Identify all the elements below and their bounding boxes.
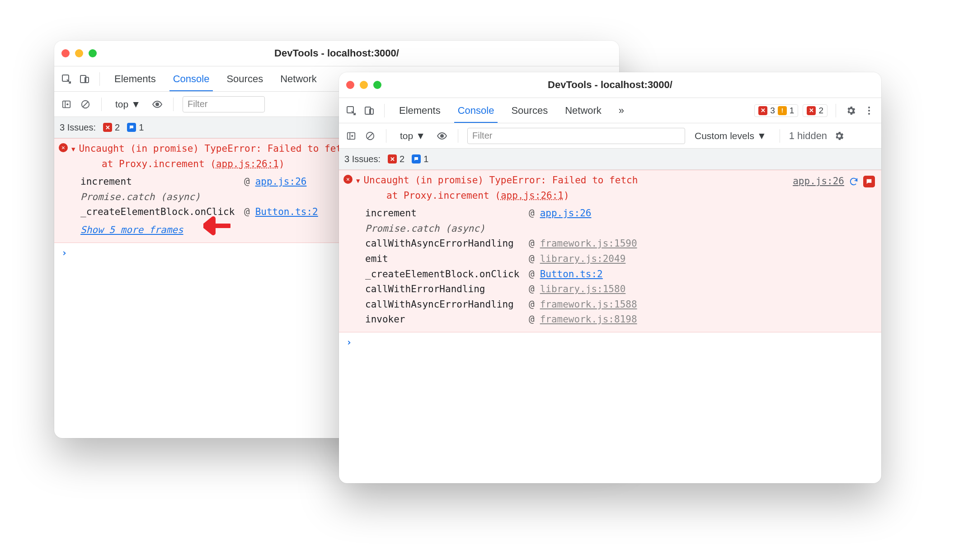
feedback-icon[interactable] [863, 176, 875, 187]
window-minimize-button[interactable] [75, 49, 83, 57]
stack-frame: Promise.catch (async) [365, 221, 877, 237]
console-settings-icon[interactable] [832, 129, 846, 143]
console-prompt[interactable]: › [339, 332, 881, 353]
issues-errors: ✕ 2 [388, 154, 404, 164]
window-close-button[interactable] [346, 81, 354, 89]
issue-repeat-count: 2 [818, 106, 823, 116]
message-badge-icon [127, 123, 136, 132]
clear-console-icon[interactable] [363, 129, 377, 143]
frame-function: emit [365, 252, 523, 267]
issues-errors-count: 2 [400, 154, 404, 164]
error-line-1: Uncaught (in promise) TypeError: Failed … [79, 143, 353, 154]
frame-function: callWithErrorHandling [365, 282, 523, 297]
frame-source-link[interactable]: Button.ts:2 [540, 267, 603, 282]
inspect-element-icon[interactable] [344, 104, 358, 117]
context-label: top [115, 99, 128, 110]
toggle-sidebar-icon[interactable] [60, 98, 73, 111]
tab-sources[interactable]: Sources [505, 98, 554, 123]
error-line-1: Uncaught (in promise) TypeError: Failed … [363, 175, 638, 186]
tab-overflow[interactable]: » [612, 98, 630, 123]
inspect-element-icon[interactable] [60, 72, 73, 86]
tab-label: Network [280, 73, 317, 85]
error-badge-icon: ✕ [388, 154, 397, 163]
stack-frame: _createElementBlock.onClick@Button.ts:2 [365, 267, 877, 282]
tab-sources[interactable]: Sources [220, 66, 269, 91]
error-badge-icon: ✕ [758, 106, 767, 115]
settings-icon[interactable] [844, 104, 858, 117]
message-badge-icon [412, 154, 421, 163]
frame-source-link[interactable]: library.js:2049 [540, 252, 626, 267]
device-toolbar-icon[interactable] [362, 104, 376, 117]
frame-source-link[interactable]: Button.ts:2 [255, 205, 318, 220]
window-minimize-button[interactable] [360, 81, 368, 89]
tab-elements[interactable]: Elements [393, 98, 447, 123]
at-glyph: @ [529, 297, 535, 313]
tab-network[interactable]: Network [559, 98, 608, 123]
stack-frame: callWithAsyncErrorHandling@framework.js:… [365, 297, 877, 313]
tab-console[interactable]: Console [167, 66, 216, 91]
disclosure-triangle-icon[interactable]: ▼ [71, 144, 75, 154]
filter-placeholder: Filter [188, 99, 207, 109]
frame-source-link[interactable]: app.js:26 [255, 174, 307, 190]
live-expression-icon[interactable] [150, 98, 164, 111]
device-toolbar-icon[interactable] [78, 72, 91, 86]
window-title: DevTools - localhost:3000/ [339, 79, 881, 91]
frame-source-link[interactable]: framework.js:1590 [540, 236, 637, 252]
show-more-frames-link[interactable]: Show 5 more frames [80, 224, 183, 235]
error-location-link[interactable]: app.js:26:1 [216, 159, 279, 169]
dropdown-icon: ▼ [416, 131, 425, 141]
window-title: DevTools - localhost:3000/ [54, 47, 619, 59]
tab-elements[interactable]: Elements [108, 66, 162, 91]
frame-source-link[interactable]: framework.js:1588 [540, 297, 637, 313]
async-boundary: Promise.catch (async) [365, 221, 523, 237]
clear-console-icon[interactable] [79, 98, 92, 111]
context-selector[interactable]: top ▼ [111, 97, 145, 112]
at-glyph: @ [529, 282, 535, 297]
levels-label: Custom levels [695, 131, 754, 141]
svg-point-9 [868, 107, 870, 108]
at-glyph: @ [529, 236, 535, 252]
error-right-links: app.js:26 [793, 174, 875, 189]
error-location-link[interactable]: app.js:26:1 [501, 190, 564, 201]
window-zoom-button[interactable] [373, 81, 381, 89]
issues-messages-count: 1 [139, 122, 144, 133]
error-line-2a: at Proxy.increment ( [102, 159, 216, 169]
prompt-chevron-icon: › [61, 246, 67, 261]
console-error-entry[interactable]: app.js:26 ✕ ▼ Uncaught (in promise) Type… [339, 170, 881, 332]
frame-source-link[interactable]: app.js:26 [540, 206, 592, 221]
filter-placeholder: Filter [472, 131, 492, 141]
log-levels-selector[interactable]: Custom levels ▼ [691, 128, 771, 144]
async-boundary: Promise.catch (async) [80, 190, 239, 205]
separator [458, 129, 458, 143]
hidden-count[interactable]: 1 hidden [789, 130, 827, 142]
error-source-link[interactable]: app.js:26 [793, 174, 844, 189]
window-zoom-button[interactable] [89, 49, 97, 57]
restart-icon[interactable] [849, 177, 859, 187]
kebab-menu-icon[interactable] [862, 104, 876, 117]
status-badges[interactable]: ✕ 3 ! 1 ✕ 2 [754, 104, 827, 117]
stack-trace: increment@app.js:26Promise.catch (async)… [365, 206, 877, 327]
toggle-sidebar-icon[interactable] [344, 129, 358, 143]
issues-messages-count: 1 [423, 154, 428, 164]
errors-warnings-badge[interactable]: ✕ 3 ! 1 [754, 104, 798, 117]
window-close-button[interactable] [61, 49, 70, 57]
frame-source-link[interactable]: library.js:1580 [540, 282, 626, 297]
error-badge-icon: ✕ [807, 106, 816, 115]
filter-input[interactable]: Filter [467, 128, 685, 144]
issues-bar[interactable]: 3 Issues: ✕ 2 1 [339, 149, 881, 170]
context-selector[interactable]: top ▼ [395, 129, 430, 143]
filter-input[interactable]: Filter [183, 96, 265, 112]
frame-function: invoker [365, 312, 523, 327]
stack-frame: callWithErrorHandling@library.js:1580 [365, 282, 877, 297]
issues-badge[interactable]: ✕ 2 [803, 104, 827, 117]
frame-source-link[interactable]: framework.js:8198 [540, 312, 637, 327]
live-expression-icon[interactable] [435, 129, 449, 143]
tab-console[interactable]: Console [451, 98, 501, 123]
tab-network[interactable]: Network [274, 66, 323, 91]
console-output: app.js:26 ✕ ▼ Uncaught (in promise) Type… [339, 170, 881, 483]
frame-function: _createElementBlock.onClick [365, 267, 523, 282]
frame-function: callWithAsyncErrorHandling [365, 236, 523, 252]
issues-messages: 1 [412, 154, 428, 164]
disclosure-triangle-icon[interactable]: ▼ [356, 176, 360, 186]
separator [836, 104, 836, 117]
